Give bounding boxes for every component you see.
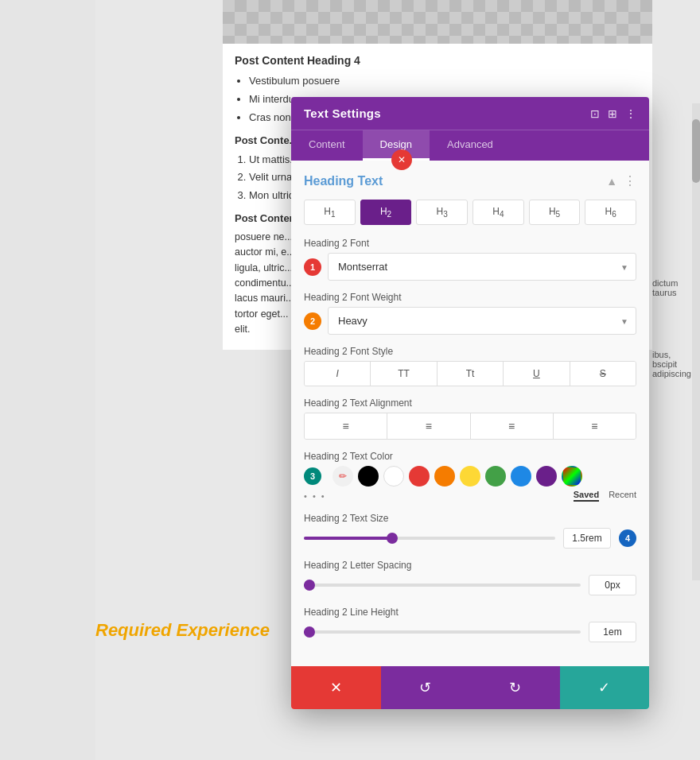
list-item: Vestibulum posuere [249, 73, 640, 90]
section-more-icon[interactable]: ⋮ [624, 173, 636, 188]
columns-icon[interactable]: ⊞ [608, 107, 617, 120]
section-title: Heading Text [304, 174, 383, 188]
uppercase-button[interactable]: TT [371, 362, 437, 386]
letter-spacing-thumb[interactable] [304, 580, 315, 591]
tab-content[interactable]: Content [291, 130, 363, 161]
cancel-button[interactable]: ✕ [291, 666, 381, 709]
line-height-row: Heading 2 Line Height 1em [304, 607, 636, 642]
modal-header: Text Settings ⊡ ⊞ ⋮ [291, 97, 649, 130]
left-sidebar-bg [0, 0, 95, 760]
undo-button[interactable]: ↺ [381, 666, 471, 709]
color-blue-swatch[interactable] [511, 466, 531, 487]
heading-type-buttons: H1 H2 H3 H4 H5 H6 [304, 200, 636, 225]
step-3-badge: 3 [304, 467, 321, 485]
text-size-track [304, 537, 555, 540]
text-size-thumb[interactable] [387, 533, 398, 544]
text-size-slider-row: 1.5rem 4 [304, 528, 636, 549]
line-height-value[interactable]: 1em [589, 622, 636, 642]
line-height-slider-row: 1em [304, 622, 636, 642]
color-purple-swatch[interactable] [536, 466, 557, 487]
strikethrough-button[interactable]: S [570, 362, 636, 386]
italic-button[interactable]: I [305, 362, 371, 386]
text-align-buttons: ≡ ≡ ≡ ≡ [304, 413, 636, 440]
letter-spacing-slider-row: 0px [304, 575, 636, 595]
text-size-row: Heading 2 Text Size 1.5rem 4 [304, 513, 636, 549]
step-2-badge: 2 [304, 312, 321, 330]
right-text-2: ibus, bscipit adipiscing [652, 350, 696, 378]
h2-button[interactable]: H2 [360, 200, 412, 225]
align-justify-button[interactable]: ≡ [554, 413, 636, 439]
font-weight-label: Heading 2 Font Weight [304, 292, 636, 303]
section-header-icons: ▲ ⋮ [606, 173, 636, 188]
font-label: Heading 2 Font [304, 238, 636, 249]
text-settings-modal: Text Settings ⊡ ⊞ ⋮ Content Design Advan… [291, 97, 649, 709]
text-align-label: Heading 2 Text Alignment [304, 397, 636, 409]
scrollbar-thumb[interactable] [692, 119, 700, 183]
more-colors-button[interactable]: • • • [304, 491, 326, 501]
font-weight-select[interactable]: Heavy [328, 307, 636, 335]
fullscreen-icon[interactable]: ⊡ [590, 107, 600, 120]
text-color-row: Heading 2 Text Color 3 ✏ • • • Saved Rec… [304, 451, 636, 502]
text-color-label: Heading 2 Text Color [304, 451, 636, 462]
modal-tabs: Content Design Advanced [291, 130, 649, 161]
tab-advanced[interactable]: Advanced [430, 130, 511, 161]
collapse-icon[interactable]: ▲ [606, 175, 617, 188]
text-size-value[interactable]: 1.5rem [563, 528, 611, 549]
step-1-badge: 1 [304, 258, 321, 276]
scrollbar[interactable] [692, 103, 700, 580]
color-black-swatch[interactable] [358, 466, 379, 487]
font-weight-select-wrapper: 2 Heavy ▼ [304, 307, 636, 335]
letter-spacing-label: Heading 2 Letter Spacing [304, 560, 636, 571]
line-height-thumb[interactable] [304, 626, 315, 638]
text-size-fill [304, 537, 392, 540]
align-right-button[interactable]: ≡ [471, 413, 554, 439]
more-options-icon[interactable]: ⋮ [625, 107, 636, 120]
h6-button[interactable]: H6 [585, 200, 636, 225]
recent-tab[interactable]: Recent [609, 490, 636, 502]
font-weight-row: Heading 2 Font Weight 2 Heavy ▼ [304, 292, 636, 335]
align-center-button[interactable]: ≡ [387, 413, 470, 439]
align-left-button[interactable]: ≡ [305, 413, 387, 439]
text-align-row: Heading 2 Text Alignment ≡ ≡ ≡ ≡ [304, 397, 636, 440]
font-style-buttons: I TT Tt U S [304, 361, 636, 386]
font-style-row: Heading 2 Font Style I TT Tt U S [304, 346, 636, 386]
modal-header-icons: ⊡ ⊞ ⋮ [590, 107, 636, 120]
color-yellow-swatch[interactable] [460, 466, 480, 487]
font-row: Heading 2 Font 1 Montserrat ▼ [304, 238, 636, 281]
right-text-1: dictum taurus [652, 278, 696, 297]
h4-button[interactable]: H4 [472, 200, 524, 225]
saved-tab[interactable]: Saved [574, 490, 599, 502]
h1-button[interactable]: H1 [304, 200, 356, 225]
color-green-swatch[interactable] [485, 466, 506, 487]
modal-title: Text Settings [304, 107, 381, 120]
text-size-label: Heading 2 Text Size [304, 513, 636, 524]
modal-footer: ✕ ↺ ↻ ✓ [291, 666, 649, 709]
section-header: Heading Text ▲ ⋮ [304, 173, 636, 188]
required-experience-label: Required Experience [95, 620, 270, 641]
post-heading-4: Post Content Heading 4 [235, 52, 640, 69]
close-button[interactable]: ✕ [391, 149, 412, 170]
modal-body: Heading Text ▲ ⋮ H1 H2 H3 H4 H5 H6 Headi… [291, 161, 649, 666]
font-style-label: Heading 2 Font Style [304, 346, 636, 357]
letter-spacing-value[interactable]: 0px [589, 575, 636, 595]
step-4-badge: 4 [619, 529, 636, 547]
color-gradient-swatch[interactable] [562, 466, 582, 487]
color-swatches-row: 3 ✏ [304, 466, 636, 487]
color-orange-swatch[interactable] [434, 466, 455, 487]
color-red-swatch[interactable] [409, 466, 430, 487]
h5-button[interactable]: H5 [529, 200, 581, 225]
redo-button[interactable]: ↻ [470, 666, 560, 709]
letter-spacing-row: Heading 2 Letter Spacing 0px [304, 560, 636, 595]
color-white-swatch[interactable] [383, 466, 404, 487]
color-picker-button[interactable]: ✏ [332, 466, 353, 487]
checker-pattern [223, 0, 652, 44]
font-select-wrapper: 1 Montserrat ▼ [304, 253, 636, 281]
line-height-label: Heading 2 Line Height [304, 607, 636, 618]
capitalize-button[interactable]: Tt [438, 362, 504, 386]
letter-spacing-track [304, 584, 581, 587]
h3-button[interactable]: H3 [416, 200, 468, 225]
underline-button[interactable]: U [504, 362, 570, 386]
line-height-track [304, 630, 581, 634]
confirm-button[interactable]: ✓ [560, 666, 650, 709]
font-select[interactable]: Montserrat [328, 253, 636, 281]
